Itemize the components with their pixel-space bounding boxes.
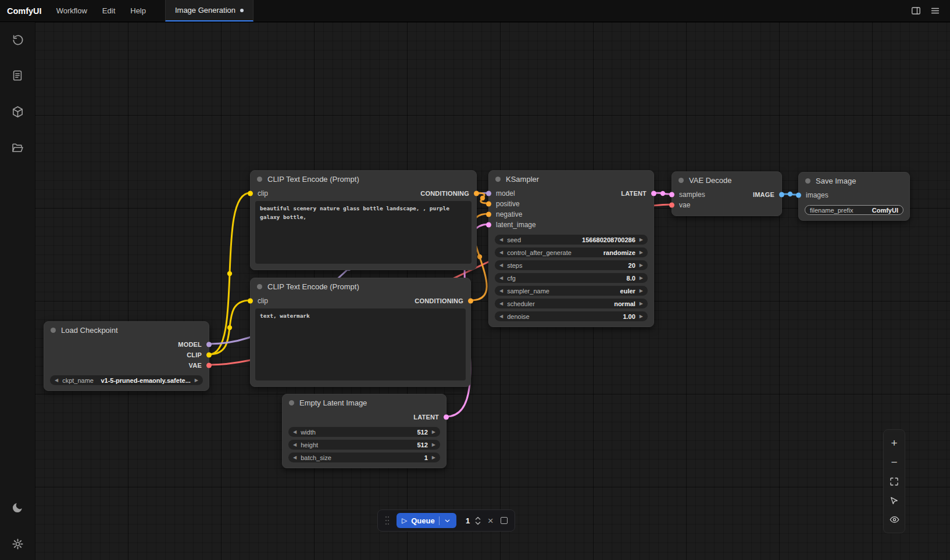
- theme-toggle-moon-icon[interactable]: [10, 501, 24, 515]
- increment-icon[interactable]: ▶: [432, 455, 435, 460]
- decrement-icon[interactable]: ◀: [55, 378, 58, 383]
- widget-height[interactable]: ◀ height 512 ▶: [288, 440, 440, 450]
- decrement-icon[interactable]: ◀: [293, 443, 297, 447]
- output-slot-vae[interactable]: [206, 363, 212, 368]
- widget-sampler-name[interactable]: ◀ sampler_name euler ▶: [495, 286, 648, 296]
- select-mode-button[interactable]: [884, 491, 904, 510]
- node-header[interactable]: CLIP Text Encode (Prompt): [251, 278, 470, 295]
- node-header[interactable]: VAE Decode: [672, 172, 781, 188]
- increment-icon[interactable]: ▶: [640, 276, 643, 281]
- menu-help[interactable]: Help: [124, 3, 152, 19]
- collapse-icon[interactable]: [805, 178, 810, 184]
- decrement-icon[interactable]: [475, 522, 481, 525]
- model-library-icon[interactable]: [10, 105, 24, 119]
- node-header[interactable]: KSampler: [489, 171, 653, 187]
- output-slot-latent[interactable]: [651, 191, 656, 196]
- widget-seed[interactable]: ◀ seed 156680208700286 ▶: [495, 235, 648, 245]
- node-clip-text-encode-negative[interactable]: CLIP Text Encode (Prompt) clip CONDITION…: [250, 278, 471, 387]
- menu-edit[interactable]: Edit: [96, 3, 122, 19]
- increment-icon[interactable]: ▶: [640, 250, 643, 255]
- settings-gear-icon[interactable]: [10, 537, 24, 551]
- queue-button[interactable]: ▷ Queue: [397, 513, 456, 528]
- prompt-textarea[interactable]: beautiful scenery nature glass bottle la…: [255, 201, 472, 264]
- widget-cfg[interactable]: ◀ cfg 8.0 ▶: [495, 273, 648, 283]
- node-empty-latent-image[interactable]: Empty Latent Image LATENT ◀ width 512 ▶ …: [282, 394, 447, 468]
- widget-scheduler[interactable]: ◀ scheduler normal ▶: [495, 299, 648, 308]
- collapse-icon[interactable]: [289, 400, 294, 405]
- input-slot-vae[interactable]: [669, 203, 674, 208]
- node-ksampler[interactable]: KSampler model LATENT positive negative …: [488, 170, 654, 327]
- widget-filename-prefix[interactable]: filename_prefix ComfyUI: [805, 205, 903, 215]
- decrement-icon[interactable]: ◀: [293, 430, 297, 435]
- decrement-icon[interactable]: ◀: [499, 263, 503, 268]
- decrement-icon[interactable]: ◀: [499, 238, 503, 242]
- increment-icon[interactable]: [475, 516, 481, 520]
- increment-icon[interactable]: ▶: [432, 430, 435, 435]
- collapse-icon[interactable]: [257, 177, 262, 182]
- prompt-textarea[interactable]: text, watermark: [255, 308, 466, 380]
- collapse-icon[interactable]: [257, 284, 262, 289]
- clear-queue-icon[interactable]: ×: [488, 516, 494, 526]
- batch-count-value[interactable]: 1: [463, 516, 473, 525]
- node-header[interactable]: Save Image: [799, 173, 909, 189]
- output-slot-latent[interactable]: [444, 415, 449, 420]
- hamburger-menu-icon[interactable]: [930, 5, 941, 16]
- decrement-icon[interactable]: ◀: [499, 276, 503, 281]
- decrement-icon[interactable]: ◀: [293, 455, 297, 460]
- input-slot-clip[interactable]: [248, 299, 253, 304]
- collapse-icon[interactable]: [51, 328, 56, 333]
- decrement-icon[interactable]: ◀: [499, 250, 503, 255]
- collapse-icon[interactable]: [678, 178, 684, 183]
- output-slot-conditioning[interactable]: [468, 299, 473, 304]
- increment-icon[interactable]: ▶: [640, 289, 643, 293]
- input-slot-samples[interactable]: [669, 192, 674, 198]
- widget-batch-size[interactable]: ◀ batch_size 1 ▶: [288, 453, 440, 462]
- fit-view-button[interactable]: [884, 472, 904, 491]
- node-save-image[interactable]: Save Image images filename_prefix ComfyU…: [798, 172, 910, 221]
- tab-image-generation[interactable]: Image Generation: [165, 0, 253, 21]
- decrement-icon[interactable]: ◀: [499, 314, 503, 319]
- chevron-down-icon[interactable]: [444, 517, 451, 525]
- increment-icon[interactable]: ▶: [432, 443, 435, 447]
- widget-width[interactable]: ◀ width 512 ▶: [288, 427, 440, 437]
- input-slot-latent-image[interactable]: [486, 222, 491, 228]
- node-library-icon[interactable]: [10, 69, 24, 82]
- drag-handle-icon[interactable]: [385, 515, 390, 526]
- collapse-icon[interactable]: [495, 177, 501, 182]
- zoom-in-button[interactable]: +: [884, 433, 904, 453]
- node-load-checkpoint[interactable]: Load Checkpoint MODEL CLIP VAE ◀ ckpt_na…: [44, 321, 209, 391]
- node-vae-decode[interactable]: VAE Decode samples IMAGE vae: [672, 171, 782, 216]
- increment-icon[interactable]: ▶: [640, 263, 643, 268]
- output-slot-clip[interactable]: [206, 353, 212, 358]
- node-header[interactable]: CLIP Text Encode (Prompt): [251, 171, 476, 187]
- decrement-icon[interactable]: ◀: [499, 289, 503, 293]
- input-slot-model[interactable]: [486, 191, 491, 196]
- increment-icon[interactable]: ▶: [640, 238, 643, 242]
- node-header[interactable]: Empty Latent Image: [283, 394, 446, 411]
- decrement-icon[interactable]: ◀: [499, 301, 503, 306]
- input-slot-positive[interactable]: [486, 202, 491, 207]
- stop-icon[interactable]: [501, 517, 508, 524]
- input-slot-images[interactable]: [796, 193, 801, 198]
- increment-icon[interactable]: ▶: [640, 314, 643, 319]
- output-slot-model[interactable]: [206, 342, 212, 347]
- output-slot-conditioning[interactable]: [474, 191, 479, 196]
- history-icon[interactable]: [10, 33, 24, 46]
- widget-denoise[interactable]: ◀ denoise 1.00 ▶: [495, 311, 648, 321]
- increment-icon[interactable]: ▶: [195, 378, 198, 383]
- eye-icon: [889, 514, 900, 525]
- widget-steps[interactable]: ◀ steps 20 ▶: [495, 260, 648, 270]
- zoom-out-button[interactable]: −: [884, 453, 904, 472]
- workflows-folder-icon[interactable]: [10, 141, 24, 155]
- menu-workflow[interactable]: Workflow: [50, 3, 94, 19]
- input-slot-negative[interactable]: [486, 212, 491, 217]
- input-slot-clip[interactable]: [248, 191, 253, 196]
- increment-icon[interactable]: ▶: [640, 301, 643, 306]
- output-slot-image[interactable]: [779, 192, 784, 198]
- widget-ckpt-name[interactable]: ◀ ckpt_name v1-5-pruned-emaonly.safete..…: [50, 375, 203, 385]
- toggle-links-button[interactable]: [884, 510, 904, 529]
- widget-control-after-generate[interactable]: ◀ control_after_generate randomize ▶: [495, 247, 648, 257]
- node-header[interactable]: Load Checkpoint: [44, 322, 209, 338]
- node-clip-text-encode-positive[interactable]: CLIP Text Encode (Prompt) clip CONDITION…: [250, 170, 477, 270]
- panel-toggle-icon[interactable]: [910, 5, 922, 16]
